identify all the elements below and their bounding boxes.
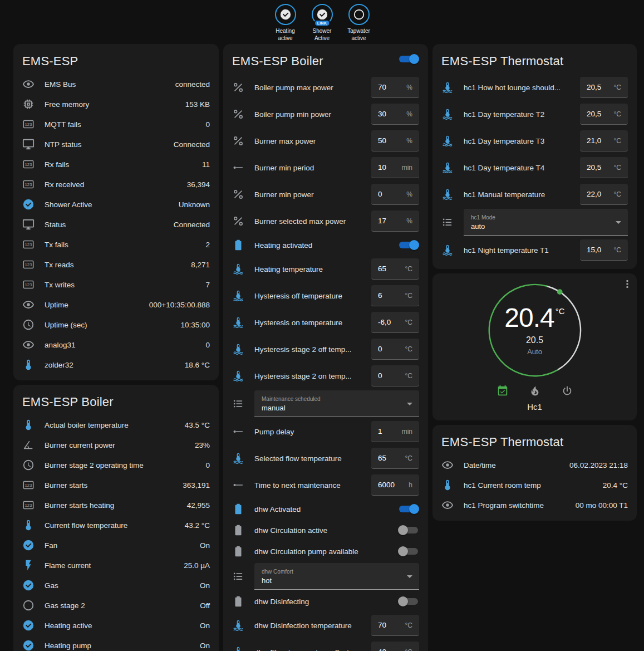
toggle-switch[interactable] [398,546,419,557]
toggle-switch[interactable] [398,525,419,536]
header-badge[interactable]: LINKShower Active [306,4,338,42]
sensor-row[interactable]: 123Burner starts heating42,955 [13,495,219,515]
number-unit: °C [614,84,621,91]
number-row: hc1 How hot lounge should...20,5°C [432,74,637,101]
sensor-row[interactable]: 123Tx reads8,271 [13,254,219,275]
toggle-switch[interactable] [398,503,419,515]
number-input[interactable]: 15,0°C [580,239,628,261]
number-input[interactable]: 1min [371,421,419,442]
select-input[interactable]: Maintenance scheduledmanual [254,390,419,417]
sensor-row[interactable]: Heating pumpOn [13,635,219,651]
sensor-row[interactable]: Burner stage 2 operating time0 [13,455,219,475]
number-row: Heating temperature65°C [223,256,428,282]
column-middle: EMS-ESP Boiler Boiler pump max power70%B… [223,44,428,651]
battery-icon [232,524,244,536]
sensor-row[interactable]: 123Rx received36,394 [13,174,219,194]
number-input[interactable]: 20,5°C [580,157,628,178]
select-input[interactable]: dhw Comforthot [254,563,419,590]
number-unit: % [406,84,412,91]
badge-label: Shower Active [306,28,338,42]
water-thermo-icon [441,108,454,120]
number-input[interactable]: 70% [371,77,419,98]
dots-vertical-icon[interactable] [621,278,633,290]
number-input[interactable]: 30% [371,104,419,125]
circle-outline-icon [353,8,365,21]
toggle-switch[interactable] [398,596,419,607]
svg-text:123: 123 [25,503,32,508]
number-input[interactable]: 65°C [371,258,419,280]
number-input[interactable]: 0°C [371,365,419,386]
calendar-check-icon[interactable] [496,385,509,397]
sensor-row[interactable]: Uptime000+10:35:00.888 [13,295,219,315]
card-thermostat-gauge: 20.4°C 20.5 Auto Hc1 [432,273,637,420]
fire-icon[interactable] [529,385,541,397]
boiler-power-toggle[interactable] [398,53,419,65]
water-thermo-icon [441,81,454,94]
sensor-row[interactable]: Uptime (sec)10:35:00 [13,315,219,335]
number-input[interactable]: -6,0°C [371,312,419,333]
number-input[interactable]: 0°C [371,339,419,360]
entity-label: Pump delay [254,428,366,436]
number-input[interactable]: 10min [371,157,419,178]
number-input[interactable]: 21,0°C [580,130,628,151]
percent-icon [232,108,244,120]
number-input[interactable]: 70°C [371,615,419,636]
sensor-row[interactable]: hc1 Current room temp20.4 °C [432,475,637,495]
sensor-row[interactable]: EMS Busconnected [13,74,219,94]
entity-value: 2 [205,241,210,249]
sensor-row[interactable]: Heating activeOn [13,615,219,635]
badge-circle [348,4,370,25]
card-title: EMS-ESP Thermostat [432,425,637,455]
sensor-row[interactable]: analog310 [13,335,219,355]
thermostat-dial[interactable]: 20.4°C 20.5 Auto [486,281,584,379]
power-icon[interactable] [561,385,573,397]
sensor-row[interactable]: Actual boiler temperature43.5 °C [13,415,219,435]
number-input[interactable]: 50% [371,130,419,151]
number-row: Hysteresis on temperature-6,0°C [223,309,428,336]
sensor-row[interactable]: 123MQTT fails0 [13,114,219,134]
number-input[interactable]: 6°C [371,285,419,306]
number-input[interactable]: 65°C [371,448,419,469]
sensor-row[interactable]: StatusConnected [13,214,219,234]
sensor-row[interactable]: Date/time06.02.2023 21:18 [432,455,637,475]
battery-icon [232,545,244,557]
sensor-row[interactable]: FanOn [13,535,219,555]
entity-label: Hysteresis on temperature [254,319,366,327]
sensor-row[interactable]: 123Rx fails11 [13,154,219,174]
number-input[interactable]: 20,5°C [580,104,628,125]
number-input[interactable]: 17% [371,211,419,232]
toggle-switch[interactable] [398,239,419,251]
sensor-row[interactable]: 123Tx writes7 [13,275,219,295]
number-input[interactable]: 0% [371,184,419,205]
svg-text:123: 123 [25,282,32,287]
sensor-row[interactable]: 123Tx fails2 [13,234,219,254]
select-input[interactable]: hc1 Modeauto [464,209,628,236]
number-unit: % [406,110,412,118]
sensor-row[interactable]: hc1 Program switchtime00 mo 00:00 T1 [432,495,637,515]
entity-value: On [200,621,210,630]
header-badge[interactable]: Heating active [269,4,302,42]
entity-value: 0 [205,461,210,469]
sensor-row[interactable]: Current flow temperature43.2 °C [13,515,219,535]
sensor-row[interactable]: Shower ActiveUnknown [13,194,219,214]
number-input[interactable]: 20,5°C [580,77,628,98]
number-input[interactable]: 40°C [371,642,419,651]
counter-icon: 123 [22,118,35,130]
select-row: hc1 Modeauto [432,208,637,237]
sensor-row[interactable]: 123Burner starts363,191 [13,475,219,495]
sensor-row[interactable]: GasOn [13,575,219,595]
sensor-row[interactable]: Flame current25.0 µA [13,555,219,575]
entity-label: Burner current power [45,441,189,449]
number-value: 6 [378,291,382,300]
hvac-mode-label: Auto [527,347,542,356]
sensor-row[interactable]: Gas stage 2Off [13,595,219,615]
sensor-row[interactable]: zolder3218.6 °C [13,355,219,375]
sensor-row[interactable]: Free memory153 KB [13,94,219,114]
number-input[interactable]: 6000h [371,474,419,496]
sensor-row[interactable]: NTP statusConnected [13,134,219,154]
entity-label: Current flow temperature [45,521,179,530]
sensor-row[interactable]: Burner current power23% [13,435,219,455]
entity-list: Actual boiler temperature43.5 °CBurner c… [13,415,219,651]
header-badge[interactable]: Tapwater active [343,4,375,42]
number-input[interactable]: 22,0°C [580,184,628,205]
